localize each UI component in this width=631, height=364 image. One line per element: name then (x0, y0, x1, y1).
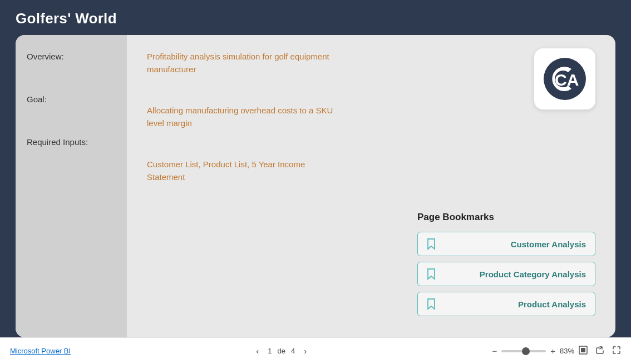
required-inputs-label: Required Inputs: (27, 137, 116, 147)
page-total: 4 (291, 347, 295, 355)
zoom-out-icon[interactable]: − (492, 346, 497, 356)
bookmark-icon-2 (427, 268, 436, 280)
page-separator: de (278, 347, 285, 355)
share-icon[interactable] (595, 346, 604, 357)
svg-rect-4 (581, 348, 585, 352)
bookmark-label-2: Product Category Analysis (480, 270, 586, 279)
page-navigation: ‹ 1 de 4 › (253, 345, 310, 357)
bookmark-product-category-analysis[interactable]: Product Category Analysis (417, 262, 595, 286)
bookmarks-section: Page Bookmarks Customer Analysis Product… (417, 212, 595, 322)
overview-label: Overview: (27, 52, 116, 61)
powerbi-link[interactable]: Microsoft Power BI (10, 347, 71, 355)
page-next-button[interactable]: › (300, 345, 310, 357)
svg-text:CA: CA (555, 71, 579, 89)
right-panel: CA Profitability analysis simulation for… (127, 35, 615, 337)
app-header: Golfers' World (0, 0, 631, 35)
bookmark-label-1: Customer Analysis (511, 240, 586, 249)
bookmark-product-analysis[interactable]: Product Analysis (417, 292, 595, 316)
overview-value: Profitability analysis simulation for go… (147, 51, 336, 76)
bookmarks-title: Page Bookmarks (417, 212, 595, 223)
zoom-slider-thumb[interactable] (522, 347, 530, 355)
zoom-controls: − + 83% (492, 346, 621, 357)
bookmark-icon-1 (427, 238, 436, 250)
page-prev-button[interactable]: ‹ (253, 345, 262, 357)
bookmark-label-3: Product Analysis (518, 300, 586, 309)
bookmark-icon-3 (427, 298, 436, 310)
bottom-right-icons (579, 346, 621, 357)
required-inputs-value: Customer List, Product List, 5 Year Inco… (147, 158, 336, 183)
fit-screen-icon[interactable] (579, 346, 588, 357)
zoom-slider[interactable] (501, 350, 546, 352)
main-card: Overview: Goal: Required Inputs: CA (16, 35, 615, 337)
left-panel: Overview: Goal: Required Inputs: (16, 35, 127, 337)
fullscreen-icon[interactable] (612, 346, 621, 357)
overview-label-item: Overview: (27, 52, 116, 61)
required-inputs-row: Customer List, Product List, 5 Year Inco… (147, 158, 595, 183)
app-title: Golfers' World (16, 10, 615, 27)
overview-row: Profitability analysis simulation for go… (147, 51, 595, 76)
bookmark-customer-analysis[interactable]: Customer Analysis (417, 232, 595, 256)
goal-row: Allocating manufacturing overhead costs … (147, 104, 595, 129)
bottom-bar: Microsoft Power BI ‹ 1 de 4 › − + 83% (0, 337, 631, 364)
required-inputs-label-item: Required Inputs: (27, 137, 116, 147)
goal-label-item: Goal: (27, 94, 116, 104)
goal-label: Goal: (27, 94, 116, 104)
zoom-in-icon[interactable]: + (550, 346, 555, 356)
company-logo: CA (543, 57, 587, 101)
logo-area: CA (534, 48, 595, 109)
goal-value: Allocating manufacturing overhead costs … (147, 104, 336, 129)
zoom-level: 83% (560, 347, 574, 355)
page-current: 1 (268, 347, 272, 355)
